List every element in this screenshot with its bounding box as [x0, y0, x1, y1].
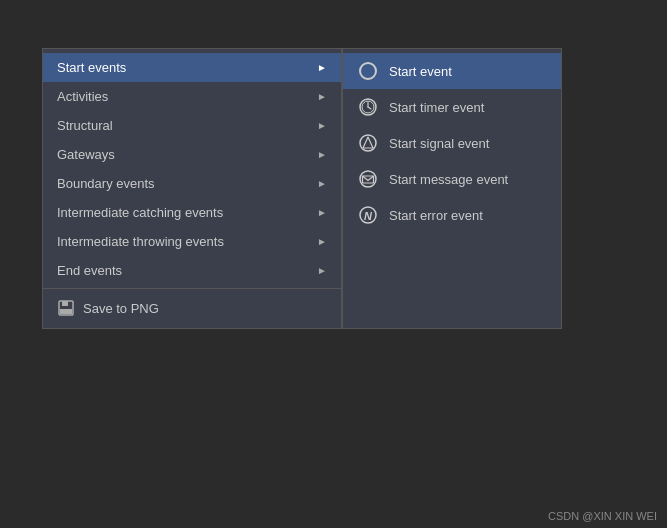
menu-item-end-events[interactable]: End events ►	[43, 256, 341, 285]
submenu-item-start-message-event-label: Start message event	[389, 172, 508, 187]
submenu-arrow-end-events: ►	[317, 265, 327, 276]
submenu-item-start-error-event-label: Start error event	[389, 208, 483, 223]
menu-item-start-events-label: Start events	[57, 60, 317, 75]
submenu-item-start-error-event[interactable]: N Start error event	[343, 197, 561, 233]
submenu-arrow-gateways: ►	[317, 149, 327, 160]
menu-item-save-png[interactable]: Save to PNG	[43, 292, 341, 324]
submenu-item-start-timer-event-label: Start timer event	[389, 100, 484, 115]
submenu-item-start-signal-event[interactable]: Start signal event	[343, 125, 561, 161]
svg-rect-1	[62, 301, 68, 306]
menu-item-structural[interactable]: Structural ►	[43, 111, 341, 140]
submenu-arrow-start-events: ►	[317, 62, 327, 73]
submenu-arrow-activities: ►	[317, 91, 327, 102]
menu-item-activities[interactable]: Activities ►	[43, 82, 341, 111]
menu-item-gateways-label: Gateways	[57, 147, 317, 162]
context-menu: Start events ► Activities ► Structural ►…	[42, 48, 562, 329]
menu-item-intermediate-catching[interactable]: Intermediate catching events ►	[43, 198, 341, 227]
menu-item-boundary-events-label: Boundary events	[57, 176, 317, 191]
menu-item-intermediate-throwing[interactable]: Intermediate throwing events ►	[43, 227, 341, 256]
menu-item-activities-label: Activities	[57, 89, 317, 104]
submenu-item-start-timer-event[interactable]: Start timer event	[343, 89, 561, 125]
svg-point-3	[360, 63, 376, 79]
menu-item-boundary-events[interactable]: Boundary events ►	[43, 169, 341, 198]
menu-item-start-events[interactable]: Start events ►	[43, 53, 341, 82]
menu-divider	[43, 288, 341, 289]
submenu-item-start-signal-event-label: Start signal event	[389, 136, 489, 151]
start-event-icon	[357, 60, 379, 82]
svg-line-7	[368, 107, 371, 109]
menu-item-gateways[interactable]: Gateways ►	[43, 140, 341, 169]
submenu-item-start-message-event[interactable]: Start message event	[343, 161, 561, 197]
main-menu: Start events ► Activities ► Structural ►…	[42, 48, 342, 329]
submenu-arrow-boundary-events: ►	[317, 178, 327, 189]
menu-item-intermediate-throwing-label: Intermediate throwing events	[57, 234, 317, 249]
submenu-item-start-event-label: Start event	[389, 64, 452, 79]
submenu-arrow-intermediate-throwing: ►	[317, 236, 327, 247]
save-png-label: Save to PNG	[83, 301, 159, 316]
svg-marker-9	[363, 137, 373, 148]
menu-item-structural-label: Structural	[57, 118, 317, 133]
start-error-event-icon: N	[357, 204, 379, 226]
start-timer-event-icon	[357, 96, 379, 118]
watermark: CSDN @XIN XIN WEI	[548, 510, 657, 522]
svg-text:N: N	[364, 210, 373, 222]
start-message-event-icon	[357, 168, 379, 190]
submenu-arrow-intermediate-catching: ►	[317, 207, 327, 218]
submenu-start-events: Start event Start timer event	[342, 48, 562, 329]
save-icon	[57, 299, 75, 317]
submenu-arrow-structural: ►	[317, 120, 327, 131]
svg-rect-2	[60, 309, 72, 314]
submenu-item-start-event[interactable]: Start event	[343, 53, 561, 89]
menu-item-end-events-label: End events	[57, 263, 317, 278]
start-signal-event-icon	[357, 132, 379, 154]
menu-item-intermediate-catching-label: Intermediate catching events	[57, 205, 317, 220]
